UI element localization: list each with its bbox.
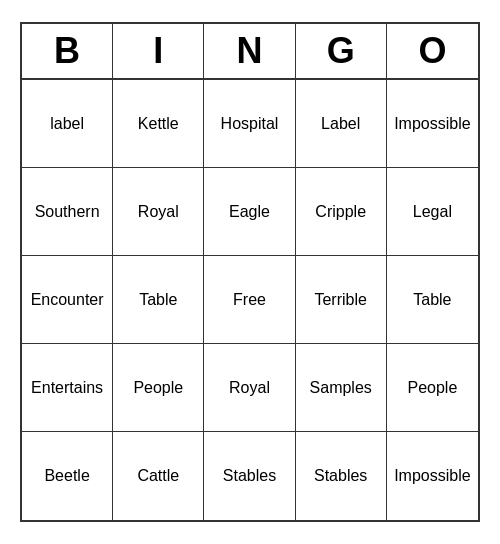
cell-r2-c0: Encounter: [22, 256, 113, 344]
cell-r1-c3: Cripple: [296, 168, 387, 256]
cell-r1-c0: Southern: [22, 168, 113, 256]
cell-text: Impossible: [394, 467, 470, 485]
cell-text: Southern: [35, 203, 100, 221]
cell-r3-c2: Royal: [204, 344, 295, 432]
cell-text: People: [407, 379, 457, 397]
cell-text: Table: [139, 291, 177, 309]
cell-r2-c1: Table: [113, 256, 204, 344]
cell-r1-c4: Legal: [387, 168, 478, 256]
header-letter: G: [296, 24, 387, 78]
cell-r4-c2: Stables: [204, 432, 295, 520]
cell-text: Beetle: [44, 467, 89, 485]
cell-text: Royal: [229, 379, 270, 397]
header-letter: I: [113, 24, 204, 78]
cell-r1-c2: Eagle: [204, 168, 295, 256]
cell-text: Free: [233, 291, 266, 309]
cell-r4-c4: Impossible: [387, 432, 478, 520]
cell-text: Samples: [310, 379, 372, 397]
cell-r2-c2: Free: [204, 256, 295, 344]
cell-text: Stables: [314, 467, 367, 485]
cell-text: Eagle: [229, 203, 270, 221]
cell-r3-c3: Samples: [296, 344, 387, 432]
cell-text: Hospital: [221, 115, 279, 133]
cell-text: People: [133, 379, 183, 397]
cell-text: Cripple: [315, 203, 366, 221]
cell-r0-c4: Impossible: [387, 80, 478, 168]
bingo-grid: labelKettleHospitalLabelImpossibleSouthe…: [22, 80, 478, 520]
cell-text: Legal: [413, 203, 452, 221]
cell-text: Stables: [223, 467, 276, 485]
cell-text: Royal: [138, 203, 179, 221]
cell-text: Encounter: [31, 291, 104, 309]
header-letter: N: [204, 24, 295, 78]
cell-r3-c0: Entertains: [22, 344, 113, 432]
cell-text: label: [50, 115, 84, 133]
cell-text: Entertains: [31, 379, 103, 397]
cell-text: Kettle: [138, 115, 179, 133]
cell-r0-c0: label: [22, 80, 113, 168]
cell-text: Table: [413, 291, 451, 309]
header-letter: B: [22, 24, 113, 78]
header-letter: O: [387, 24, 478, 78]
cell-text: Impossible: [394, 115, 470, 133]
cell-r0-c2: Hospital: [204, 80, 295, 168]
cell-r3-c4: People: [387, 344, 478, 432]
cell-text: Label: [321, 115, 360, 133]
cell-r3-c1: People: [113, 344, 204, 432]
cell-r0-c3: Label: [296, 80, 387, 168]
bingo-card: BINGO labelKettleHospitalLabelImpossible…: [20, 22, 480, 522]
cell-r2-c3: Terrible: [296, 256, 387, 344]
cell-r0-c1: Kettle: [113, 80, 204, 168]
cell-r1-c1: Royal: [113, 168, 204, 256]
cell-r2-c4: Table: [387, 256, 478, 344]
cell-r4-c0: Beetle: [22, 432, 113, 520]
cell-r4-c1: Cattle: [113, 432, 204, 520]
cell-text: Cattle: [137, 467, 179, 485]
cell-text: Terrible: [314, 291, 366, 309]
cell-r4-c3: Stables: [296, 432, 387, 520]
bingo-header: BINGO: [22, 24, 478, 80]
